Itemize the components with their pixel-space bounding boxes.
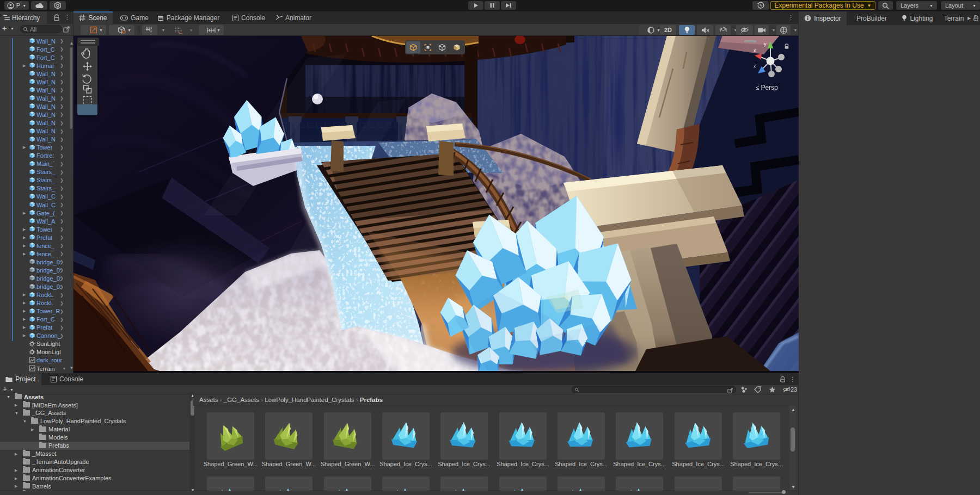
svg-text:Y: Y <box>150 30 152 34</box>
svg-text:z: z <box>754 63 756 69</box>
svg-text:x: x <box>754 48 756 53</box>
svg-text:y: y <box>764 41 767 47</box>
